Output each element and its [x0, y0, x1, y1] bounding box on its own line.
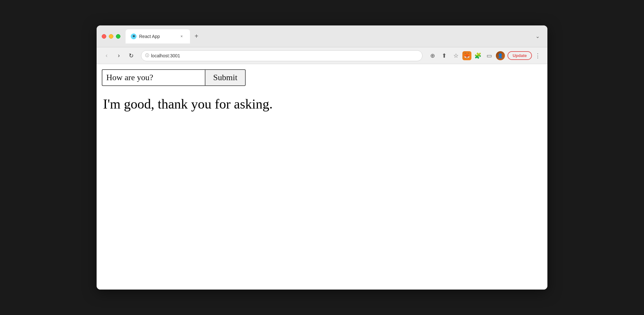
- metamask-icon[interactable]: 🦊: [462, 51, 471, 60]
- back-button[interactable]: ‹: [102, 51, 111, 61]
- tab-close-button[interactable]: ×: [178, 33, 185, 40]
- extensions-button[interactable]: 🧩: [473, 51, 483, 61]
- submit-button[interactable]: Submit: [205, 69, 246, 86]
- active-tab[interactable]: ⚛ React App ×: [126, 29, 190, 43]
- address-lock-icon: ⓘ: [145, 53, 149, 58]
- forward-button[interactable]: ›: [114, 51, 124, 61]
- bookmark-button[interactable]: ☆: [451, 51, 461, 61]
- update-button[interactable]: Update: [507, 51, 532, 60]
- address-bar[interactable]: ⓘ localhost:3001: [141, 50, 422, 61]
- nav-bar: ‹ › ↻ ⓘ localhost:3001 ⊕ ⬆ ☆ 🦊 🧩 ▭ 👤 Upd…: [97, 47, 547, 64]
- traffic-lights: [102, 34, 120, 39]
- response-text: I'm good, thank you for asking.: [102, 96, 542, 112]
- tab-title: React App: [139, 34, 176, 39]
- close-traffic-light[interactable]: [102, 34, 106, 39]
- profile-avatar[interactable]: 👤: [496, 51, 505, 60]
- question-input[interactable]: [102, 69, 205, 86]
- share-button[interactable]: ⬆: [439, 51, 450, 61]
- minimize-traffic-light[interactable]: [109, 34, 113, 39]
- tab-bar: ⚛ React App × + ⌄: [126, 29, 542, 43]
- nav-actions: ⊕ ⬆ ☆ 🦊 🧩 ▭ 👤 Update ⋮: [428, 51, 542, 61]
- tabs-chevron-icon[interactable]: ⌄: [533, 32, 542, 41]
- maximize-traffic-light[interactable]: [116, 34, 120, 39]
- zoom-button[interactable]: ⊕: [428, 51, 438, 61]
- browser-window: ⚛ React App × + ⌄ ‹ › ↻ ⓘ localhost:3001…: [97, 25, 547, 290]
- page-content: Submit I'm good, thank you for asking.: [97, 64, 547, 290]
- reload-button[interactable]: ↻: [126, 51, 136, 61]
- new-tab-button[interactable]: +: [191, 31, 202, 42]
- sidebar-button[interactable]: ▭: [484, 51, 495, 61]
- more-button[interactable]: ⋮: [533, 51, 542, 60]
- address-text: localhost:3001: [151, 53, 418, 58]
- app-form: Submit: [102, 69, 542, 86]
- title-bar: ⚛ React App × + ⌄: [97, 25, 547, 47]
- react-icon: ⚛: [131, 33, 137, 39]
